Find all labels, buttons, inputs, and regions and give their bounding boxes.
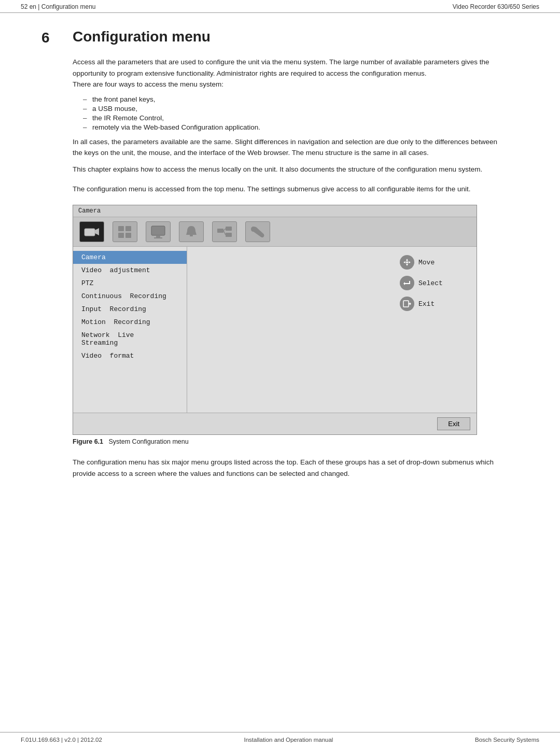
menu-body: Camera Video adjustment PTZ Continuous R…: [73, 247, 477, 413]
menu-item-input-recording[interactable]: Input Recording: [73, 303, 187, 316]
svg-marker-16: [406, 264, 408, 266]
svg-rect-5: [125, 233, 131, 238]
select-button[interactable]: Select: [400, 276, 470, 290]
list-dash: –: [83, 95, 92, 103]
figure-caption-text: System Configuration menu: [108, 438, 188, 445]
svg-rect-6: [151, 226, 165, 235]
svg-line-13: [223, 229, 226, 231]
list-dash: –: [83, 105, 92, 112]
network-icon[interactable]: [212, 221, 237, 242]
exit-nav-icon: [400, 297, 414, 311]
svg-rect-9: [190, 235, 193, 236]
menu-item-video-format[interactable]: Video format: [73, 349, 187, 362]
page-footer: F.01U.169.663 | v2.0 | 2012.02 Installat…: [0, 732, 560, 747]
body-para-3: The configuration menu is accessed from …: [73, 184, 498, 195]
select-label: Select: [418, 279, 443, 287]
header-left: 52 en | Configuration menu: [21, 3, 96, 10]
figure-caption: Figure 6.1 System Configuration menu: [73, 438, 498, 445]
exit-nav-label: Exit: [418, 300, 435, 308]
body-para-2: This chapter explains how to access the …: [73, 164, 498, 175]
list-item-1: – the front panel keys,: [83, 95, 498, 103]
svg-rect-0: [85, 229, 95, 236]
svg-rect-3: [125, 226, 131, 231]
page-content: 6 Configuration menu Access all the para…: [0, 13, 560, 505]
list-item-4: – remotely via the Web-based Configurati…: [83, 123, 498, 131]
bell-icon[interactable]: [179, 221, 204, 242]
svg-marker-22: [410, 302, 411, 305]
figure-wrapper: Camera: [73, 205, 498, 445]
svg-rect-2: [118, 226, 124, 231]
intro-para-1: Access all the parameters that are used …: [73, 57, 498, 90]
grid-icon[interactable]: [113, 221, 137, 242]
menu-footer: Exit: [73, 413, 477, 434]
svg-point-19: [406, 261, 408, 263]
svg-marker-17: [403, 261, 405, 263]
exit-button[interactable]: Exit: [437, 417, 470, 430]
svg-rect-8: [154, 237, 162, 238]
page-header: 52 en | Configuration menu Video Recorde…: [0, 0, 560, 13]
tools-icon[interactable]: [245, 221, 270, 242]
camera-icon[interactable]: [79, 221, 104, 242]
closing-paragraph: The configuration menu has six major men…: [73, 457, 498, 479]
chapter-heading: 6 Configuration menu: [41, 29, 498, 46]
svg-line-14: [223, 231, 226, 235]
move-label: Move: [418, 259, 435, 266]
monitor-icon[interactable]: [146, 221, 171, 242]
menu-center: [187, 247, 394, 413]
menu-left: Camera Video adjustment PTZ Continuous R…: [73, 247, 187, 413]
footer-center: Installation and Operation manual: [244, 737, 333, 743]
move-icon: [400, 255, 414, 270]
menu-item-motion-recording[interactable]: Motion Recording: [73, 316, 187, 329]
svg-rect-21: [403, 301, 409, 307]
svg-rect-11: [226, 227, 232, 231]
list-dash: –: [83, 114, 92, 122]
menu-right: Move Select: [394, 247, 477, 413]
svg-marker-20: [403, 282, 405, 285]
menu-item-ptz[interactable]: PTZ: [73, 277, 187, 290]
svg-marker-1: [95, 228, 99, 235]
list-item-2: – a USB mouse,: [83, 105, 498, 112]
list-text-3: the IR Remote Control,: [92, 114, 164, 122]
menu-item-continuous-recording[interactable]: Continuous Recording: [73, 290, 187, 303]
menu-item-network-live-streaming[interactable]: Network Live Streaming: [73, 329, 187, 349]
exit-nav-button[interactable]: Exit: [400, 297, 470, 311]
svg-rect-12: [226, 233, 232, 237]
menu-title: Camera: [78, 207, 101, 215]
list-text-1: the front panel keys,: [92, 95, 156, 103]
menu-icons-row: [73, 217, 477, 247]
menu-item-video-adjustment[interactable]: Video adjustment: [73, 264, 187, 277]
menu-screenshot: Camera: [73, 205, 477, 435]
svg-marker-18: [409, 261, 411, 263]
list-dash: –: [83, 123, 92, 131]
figure-label: Figure 6.1: [73, 438, 103, 445]
select-icon: [400, 276, 414, 290]
list-text-2: a USB mouse,: [92, 105, 137, 112]
svg-rect-7: [156, 236, 160, 237]
header-right: Video Recorder 630/650 Series: [453, 3, 539, 10]
menu-item-camera[interactable]: Camera: [73, 251, 187, 264]
menu-title-bar: Camera: [73, 205, 477, 217]
move-button[interactable]: Move: [400, 255, 470, 270]
footer-right: Bosch Security Systems: [475, 737, 539, 743]
svg-rect-4: [118, 233, 124, 238]
body-para-1: In all cases, the parameters available a…: [73, 136, 498, 159]
list-item-3: – the IR Remote Control,: [83, 114, 498, 122]
list-text-4: remotely via the Web-based Configuration…: [92, 123, 260, 131]
footer-left: F.01U.169.663 | v2.0 | 2012.02: [21, 737, 102, 743]
chapter-title: Configuration menu: [73, 29, 211, 45]
svg-marker-15: [406, 259, 408, 261]
svg-rect-10: [217, 229, 223, 233]
chapter-number: 6: [41, 29, 73, 46]
